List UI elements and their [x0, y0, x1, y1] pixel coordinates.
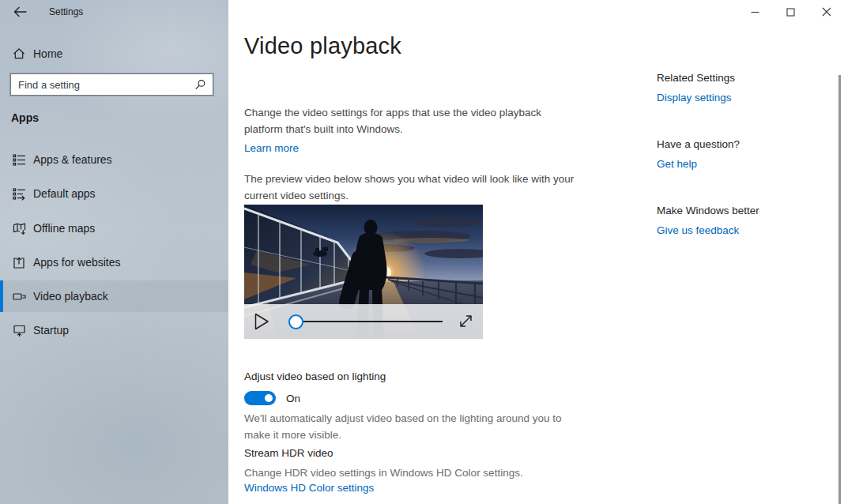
sidebar-item-label: Home	[33, 47, 62, 60]
make-windows-better-heading: Make Windows better	[657, 205, 759, 216]
search-box	[10, 73, 213, 96]
display-settings-link[interactable]: Display settings	[657, 92, 732, 103]
apps-websites-icon	[13, 256, 26, 269]
have-a-question-heading: Have a question?	[657, 138, 740, 150]
startup-icon	[13, 324, 26, 337]
sidebar-item-video-playback[interactable]: Video playback	[0, 280, 228, 312]
video-playback-icon	[13, 290, 26, 303]
learn-more-link[interactable]: Learn more	[244, 142, 299, 154]
preview-description: The preview video below shows you what v…	[244, 171, 579, 204]
back-button[interactable]	[8, 2, 32, 22]
sidebar-item-label: Default apps	[33, 187, 96, 200]
window-controls	[737, 0, 844, 24]
hdr-description: Change HDR video settings in Windows HD …	[244, 465, 567, 481]
toggle-knob	[265, 394, 273, 402]
back-arrow-icon	[13, 6, 27, 17]
minimize-button[interactable]	[737, 0, 773, 24]
search-input[interactable]	[11, 79, 194, 91]
sidebar-item-apps-for-websites[interactable]: Apps for websites	[0, 246, 228, 278]
toggle-state-label: On	[286, 393, 300, 404]
sidebar-item-label: Offline maps	[33, 222, 95, 235]
sidebar-item-home[interactable]: Home	[0, 39, 228, 68]
hd-color-settings-link[interactable]: Windows HD Color settings	[244, 482, 374, 494]
seek-bar-thumb[interactable]	[288, 314, 303, 329]
give-us-feedback-link[interactable]: Give us feedback	[657, 224, 739, 236]
sidebar-item-startup[interactable]: Startup	[0, 314, 228, 346]
lighting-description: We'll automatically adjust video based o…	[244, 410, 567, 443]
vertical-scrollbar[interactable]	[838, 75, 841, 504]
fullscreen-button[interactable]	[458, 313, 474, 329]
video-preview	[244, 205, 483, 339]
sidebar: Settings Home Apps Apps & features Defa	[0, 0, 228, 504]
sidebar-item-label: Video playback	[33, 290, 108, 303]
sidebar-item-label: Apps for websites	[33, 256, 121, 269]
maximize-button[interactable]	[773, 0, 808, 24]
sidebar-item-apps-features[interactable]: Apps & features	[0, 144, 228, 175]
selected-accent-bar	[0, 280, 3, 312]
close-icon	[822, 7, 831, 17]
sidebar-item-offline-maps[interactable]: Offline maps	[0, 213, 228, 244]
default-apps-icon	[13, 187, 26, 201]
play-button[interactable]	[254, 313, 270, 330]
play-icon	[254, 313, 270, 330]
settings-window: Settings Home Apps Apps & features Defa	[0, 0, 844, 504]
home-icon	[13, 47, 25, 60]
lighting-toggle[interactable]	[244, 391, 276, 405]
offline-maps-icon	[13, 222, 26, 235]
search-icon[interactable]	[194, 79, 206, 91]
minimize-icon	[751, 8, 759, 17]
maximize-icon	[786, 8, 795, 17]
page-title: Video playback	[244, 33, 401, 59]
lighting-toggle-row: On	[244, 390, 300, 406]
page-description: Change the video settings for apps that …	[244, 104, 579, 137]
hdr-setting-label: Stream HDR video	[244, 447, 333, 459]
related-settings-heading: Related Settings	[657, 72, 735, 84]
sidebar-item-default-apps[interactable]: Default apps	[0, 178, 228, 209]
fullscreen-icon	[458, 313, 474, 329]
get-help-link[interactable]: Get help	[657, 158, 697, 170]
sidebar-item-label: Startup	[33, 324, 69, 337]
sidebar-item-label: Apps & features	[33, 153, 112, 166]
seek-bar-track[interactable]	[296, 321, 443, 322]
main-content: Video playback Change the video settings…	[228, 0, 844, 504]
sidebar-section-header: Apps	[11, 111, 39, 124]
close-button[interactable]	[808, 0, 844, 24]
apps-features-icon	[13, 153, 26, 167]
window-title: Settings	[49, 6, 83, 17]
lighting-setting-label: Adjust video based on lighting	[244, 370, 386, 382]
video-controls-bar	[244, 304, 483, 339]
